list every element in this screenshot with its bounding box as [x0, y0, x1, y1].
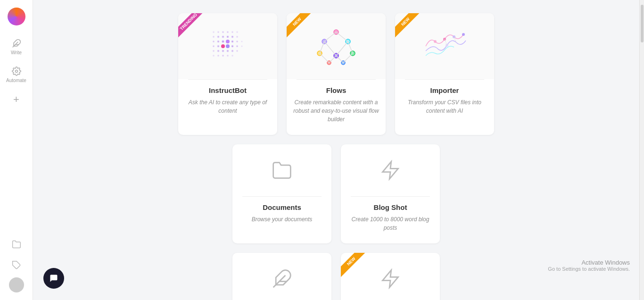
sidebar-item-automate[interactable]: Automate [0, 63, 33, 87]
sidebar-bottom [8, 236, 25, 292]
svg-point-14 [231, 35, 234, 39]
svg-point-59 [434, 40, 437, 43]
svg-point-29 [241, 45, 243, 48]
svg-line-50 [336, 32, 348, 42]
sidebar-item-documents-nav[interactable] [8, 236, 25, 253]
svg-point-40 [231, 54, 234, 57]
card-ai-writer[interactable]: AI Writer Drag n Drop AI Writer [232, 253, 331, 300]
svg-point-2 [15, 70, 17, 73]
svg-point-26 [226, 44, 230, 48]
svg-point-39 [226, 54, 229, 57]
user-avatar[interactable] [9, 277, 24, 292]
svg-point-24 [217, 45, 220, 48]
blog-shot-title: Blog Shot [374, 203, 407, 211]
svg-line-53 [336, 42, 348, 56]
new-badge-bundles: NEW [341, 253, 371, 283]
svg-point-34 [231, 50, 234, 53]
flows-title: Flows [326, 86, 347, 94]
svg-point-25 [221, 44, 225, 48]
svg-point-31 [217, 50, 220, 53]
card-divider [405, 79, 484, 80]
svg-point-13 [226, 35, 230, 39]
svg-point-12 [222, 35, 225, 39]
plus-icon: + [13, 94, 19, 105]
svg-point-19 [226, 40, 230, 43]
svg-line-57 [336, 56, 343, 63]
sidebar-item-tags-nav[interactable] [8, 257, 25, 274]
svg-line-54 [348, 42, 353, 53]
importer-desc: Transform your CSV files into content wi… [395, 98, 494, 115]
sidebar-item-write[interactable]: Write [0, 35, 33, 59]
svg-line-52 [324, 42, 336, 56]
svg-point-23 [212, 45, 215, 48]
svg-line-49 [324, 32, 336, 42]
svg-point-32 [222, 50, 225, 53]
svg-point-35 [236, 50, 239, 52]
svg-line-56 [329, 56, 336, 63]
svg-point-28 [236, 45, 239, 48]
write-label: Write [11, 50, 22, 55]
sidebar-item-add[interactable]: + [0, 91, 33, 108]
svg-point-33 [226, 50, 230, 53]
automate-label: Automate [6, 78, 26, 83]
svg-point-27 [231, 45, 234, 48]
instructbot-desc: Ask the AI to create any type of content [178, 98, 277, 115]
svg-marker-69 [383, 270, 398, 288]
instructbot-title: InstructBot [209, 86, 247, 94]
svg-point-20 [231, 40, 234, 43]
documents-desc: Browse your documents [245, 215, 319, 224]
svg-point-7 [226, 31, 229, 33]
app-logo[interactable] [8, 8, 25, 25]
sidebar: Write Automate + [0, 0, 33, 300]
blog-shot-icon-area [341, 144, 440, 196]
ai-writer-icon-area [232, 253, 331, 300]
svg-point-10 [212, 35, 215, 38]
svg-point-62 [462, 33, 465, 36]
svg-point-36 [212, 54, 215, 57]
documents-icon-area [232, 144, 331, 196]
blog-shot-desc: Create 1000 to 8000 word blog posts [341, 215, 440, 232]
card-instructbot[interactable]: TRENDING [178, 13, 277, 135]
card-documents[interactable]: Documents Browse your documents [232, 144, 331, 243]
importer-title: Importer [430, 86, 459, 94]
main-content: TRENDING [33, 0, 639, 300]
card-divider [297, 79, 376, 80]
svg-point-18 [221, 40, 225, 43]
svg-point-6 [222, 31, 224, 33]
card-divider [242, 196, 322, 197]
svg-point-38 [222, 54, 224, 57]
svg-line-58 [343, 53, 353, 63]
svg-point-8 [231, 31, 234, 33]
card-importer[interactable]: NEW [395, 13, 494, 135]
svg-point-16 [212, 40, 215, 43]
new-badge-importer: NEW [395, 13, 425, 43]
svg-point-9 [236, 31, 239, 33]
scrollbar-thumb[interactable] [641, 5, 644, 42]
documents-title: Documents [263, 203, 301, 211]
trending-badge: TRENDING [178, 13, 208, 43]
svg-line-55 [320, 53, 329, 63]
scrollbar[interactable] [639, 0, 644, 300]
chat-button[interactable] [43, 268, 64, 289]
svg-point-11 [217, 35, 220, 39]
card-divider [351, 196, 430, 197]
svg-point-15 [236, 35, 239, 38]
svg-point-4 [212, 31, 215, 33]
gear-icon [12, 67, 21, 76]
flows-desc: Create remarkable content with a robust … [287, 98, 386, 124]
svg-point-37 [217, 54, 220, 57]
card-flows[interactable]: NEW [287, 13, 386, 135]
card-blog-bundles[interactable]: NEW Blog Bundles Create up to 50 blog po… [341, 253, 440, 300]
svg-point-5 [217, 31, 220, 33]
card-divider [188, 79, 267, 80]
svg-point-22 [241, 41, 243, 43]
card-blog-shot[interactable]: Blog Shot Create 1000 to 8000 word blog … [341, 144, 440, 243]
feather-icon [12, 39, 21, 48]
svg-point-17 [217, 40, 220, 43]
svg-point-30 [212, 50, 215, 52]
svg-point-21 [236, 40, 239, 43]
svg-marker-66 [383, 162, 398, 179]
new-badge-flows: NEW [287, 13, 317, 43]
svg-line-51 [320, 42, 324, 53]
